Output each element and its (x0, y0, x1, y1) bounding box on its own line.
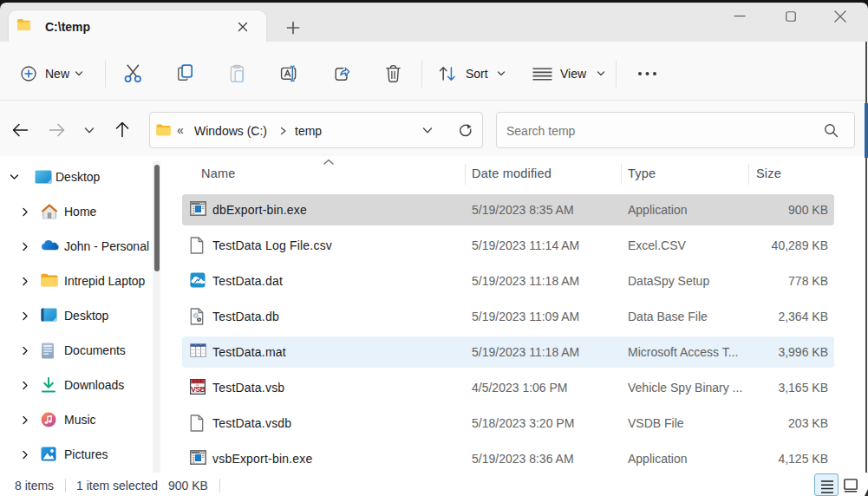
svg-text:VSB: VSB (191, 385, 206, 394)
